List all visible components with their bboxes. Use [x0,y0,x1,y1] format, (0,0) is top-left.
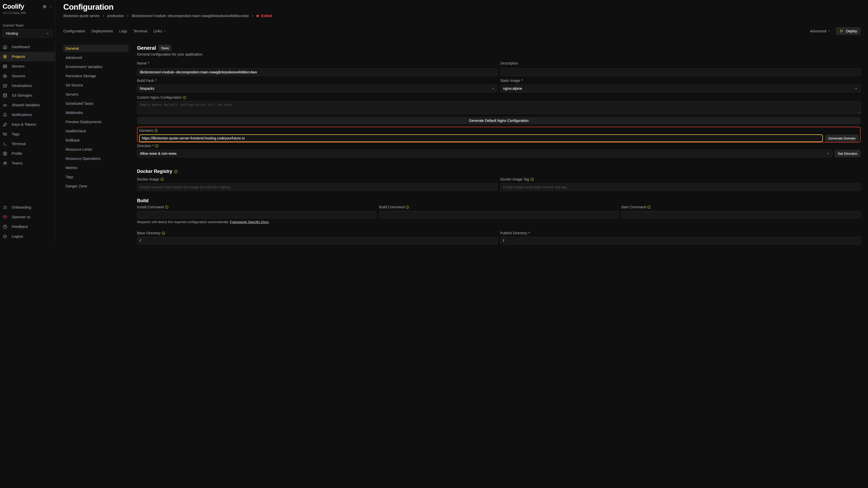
tab-links[interactable]: Links [153,29,166,33]
logout-icon [3,234,7,239]
direction-select[interactable]: Allow www & non-www. [137,150,434,157]
current-team-label: Current Team [0,15,55,27]
docker-image-label: Docker Image [137,177,434,182]
database-icon [3,93,7,98]
variable-x-icon: (x) [3,103,7,107]
heart-handshake-icon [3,215,7,219]
sidebar: Coolify v4.0.0-beta.399 Current Team Hos… [0,0,55,244]
sidebar-item-s3-storages[interactable]: S3 Storages [0,91,55,100]
domains-input[interactable] [139,134,434,142]
custom-nginx-textarea[interactable] [137,101,434,114]
breadcrumb-environment[interactable]: production [107,14,124,18]
subnav-tags[interactable]: Tags [63,173,129,181]
svg-text:(x): (x) [3,103,7,106]
theme-sun-icon[interactable] [42,5,47,9]
subnav-webhooks[interactable]: Webhooks [63,109,129,117]
status-badge: Exited [261,14,272,18]
chevron-right-icon [126,14,129,17]
build-command-input[interactable] [379,211,434,219]
subnav-resource-operations[interactable]: Resource Operations [63,155,129,162]
info-icon[interactable] [165,205,168,209]
sidebar-nav: Dashboard Projects Servers Sources Desti… [0,42,55,168]
breadcrumb-application[interactable]: illicitestonion/-module--decomposition:m… [132,14,249,18]
subnav-git-source[interactable]: Git Source [63,82,129,89]
tabbar: Configuration Deployments Logs Terminal … [63,27,434,35]
sidebar-item-onboarding[interactable]: Onboarding [0,202,55,212]
generate-nginx-button[interactable]: Generate Default Nginx Configuration [137,117,434,124]
subnav-preview-deployments[interactable]: Preview Deployments [63,118,129,126]
app-version: v4.0.0-beta.399 [0,10,55,15]
section-subtitle: General configuration for your applicati… [137,52,434,57]
build-pack-select[interactable]: Nixpacks [137,85,434,92]
sidebar-item-profile[interactable]: Profile [0,149,55,158]
sidebar-item-destinations[interactable]: Destinations [0,81,55,91]
list-checks-icon [3,205,7,209]
sidebar-item-notifications[interactable]: Notifications [0,110,55,120]
subnav-metrics[interactable]: Metrics [63,164,129,171]
sidebar-item-sponsor[interactable]: Sponsor us [0,212,55,222]
tab-deployments[interactable]: Deployments [91,29,113,33]
nixpacks-note: Nixpacks will detect the required config… [137,220,434,224]
help-circle-icon [3,225,7,229]
name-input[interactable] [137,68,434,76]
sidebar-item-projects[interactable]: Projects [0,52,55,61]
sidebar-item-shared-variables[interactable]: (x) Shared Variables [0,100,55,110]
sidebar-item-dashboard[interactable]: Dashboard [0,42,55,52]
subnav-persistent-storage[interactable]: Persistent Storage [63,72,129,80]
sidebar-item-tags[interactable]: Tags [0,129,55,139]
page-title: Configuration [63,3,434,12]
sidebar-item-terminal[interactable]: Terminal [0,139,55,149]
bell-icon [3,113,7,117]
tab-logs[interactable]: Logs [119,29,127,33]
info-icon[interactable] [154,129,158,132]
domains-highlight-box: Domains Generate Domain [137,127,434,142]
server-icon [3,64,7,69]
info-icon[interactable] [155,144,158,148]
git-icon [3,74,7,78]
layers-icon [3,55,7,59]
subnav-rollback[interactable]: Rollback [63,136,129,144]
sidebar-item-teams[interactable]: Teams [0,158,55,168]
subnav-environment-variables[interactable]: Environment Variables [63,63,129,71]
info-icon[interactable] [162,231,165,235]
breadcrumb-project[interactable]: illicitonion quote server [63,14,99,18]
subnav-general[interactable]: General [63,44,129,52]
sidebar-item-logout[interactable]: Logout [0,231,55,241]
docker-registry-heading: Docker Registry [137,168,434,174]
info-icon[interactable] [160,178,164,181]
tab-terminal[interactable]: Terminal [133,29,147,33]
tab-configuration[interactable]: Configuration [63,29,85,33]
home-icon [3,45,7,49]
info-icon[interactable] [406,205,409,209]
general-form: General Save General configuration for y… [137,44,434,244]
sidebar-item-keys-tokens[interactable]: Keys & Tokens [0,120,55,129]
install-command-input[interactable] [137,211,377,219]
direction-label: Direction* [137,144,434,148]
subnav-resource-limits[interactable]: Resource Limits [63,145,129,153]
subnav-advanced[interactable]: Advanced [63,54,129,61]
users-icon [3,161,7,165]
custom-nginx-label: Custom Nginx Configuration [137,95,434,100]
theme-switcher-icon[interactable] [49,5,52,8]
save-button[interactable]: Save [158,44,172,51]
subnav-scheduled-tasks[interactable]: Scheduled Tasks [63,100,129,107]
sidebar-item-servers[interactable]: Servers [0,61,55,71]
team-select[interactable]: Hosting [3,29,53,37]
subnav-servers[interactable]: Servers [63,91,129,98]
sidebar-item-sources[interactable]: Sources [0,71,55,81]
info-icon[interactable] [174,170,178,173]
framework-docs-link[interactable]: Framework Specific Docs [230,220,269,224]
base-directory-input[interactable] [137,237,434,244]
build-pack-label: Build Pack* [137,78,434,83]
sidebar-item-feedback[interactable]: Feedback [0,222,55,231]
terminal-icon [3,142,7,146]
app-logo: Coolify [3,3,24,10]
chevrons-up-down-icon [163,30,166,32]
chevron-right-icon [251,14,254,17]
docker-image-input[interactable] [137,183,434,191]
build-heading: Build [137,198,434,204]
subnav-healthcheck[interactable]: Healthcheck [63,127,129,135]
info-icon[interactable] [183,96,186,99]
subnav-danger-zone[interactable]: Danger Zone [63,182,129,190]
chevron-down-icon [46,32,49,35]
